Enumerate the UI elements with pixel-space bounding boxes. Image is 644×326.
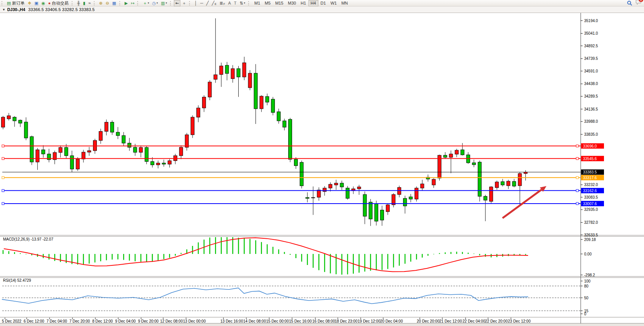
notifications-button[interactable]: 1	[636, 0, 642, 6]
cursor-button[interactable]: ↖	[174, 0, 180, 6]
arrows-button[interactable]: ⇅▾	[238, 0, 247, 6]
zoom-in-icon: ⊕	[99, 1, 103, 5]
trendline-button[interactable]: ╱	[205, 0, 210, 6]
rsi-scale-label: 50	[584, 296, 589, 300]
rsi-scale-label: 100	[584, 279, 591, 283]
text-button[interactable]: A	[226, 0, 232, 6]
line-handle[interactable]	[576, 189, 578, 192]
tile-windows-button[interactable]: ▦	[111, 0, 117, 6]
collapse-arrow-icon[interactable]: ▼	[2, 8, 5, 11]
trendline-icon: ╱	[206, 1, 209, 5]
bar-chart-button[interactable]: ╫	[75, 0, 82, 6]
time-axis-label: 15 Dec 00:00	[266, 319, 289, 323]
periods-button[interactable]: ◷▾	[151, 0, 159, 6]
price-tick-label: 34591.0	[584, 69, 598, 73]
macd-indicator-label: MACD(12,26,9) -13.97 -22.07	[3, 237, 53, 241]
fibonacci-button[interactable]: ≣F	[218, 0, 227, 6]
toolbar-grip	[2, 1, 4, 5]
vertical-line-button[interactable]: │	[193, 0, 199, 6]
zoom-in-button[interactable]: ⊕	[98, 0, 104, 6]
chevron-down-icon: ▾	[157, 2, 158, 5]
toolbar-grip	[170, 1, 173, 5]
toolbar-grip	[119, 1, 122, 5]
price-line-badge-text: 33007.6	[583, 202, 597, 206]
toolbar-grip	[72, 1, 74, 5]
price-line-badge-text: 33383.5	[583, 170, 597, 174]
macd-scale-label: -298.2	[584, 273, 595, 277]
time-axis-label: 13 Dec 00:00	[183, 319, 206, 323]
time-axis-label: 8 Dec 12:00	[92, 319, 113, 323]
chevron-down-icon: ▾	[244, 2, 246, 5]
charts-button[interactable]: ❖	[26, 0, 33, 6]
sounds-button[interactable]: ◉	[40, 0, 47, 6]
line-chart-button[interactable]: ≈	[87, 0, 92, 6]
timeframe-m15-button[interactable]: M15	[273, 0, 286, 6]
line-handle[interactable]	[576, 177, 578, 179]
time-axis-label: 21 Dec 12:00	[439, 319, 462, 323]
timeframe-d1-button[interactable]: D1	[318, 0, 328, 6]
time-axis-label: 16 Dec 08:00	[312, 319, 335, 323]
line-handle[interactable]	[576, 145, 578, 147]
chart-canvas[interactable]: 33696.033545.633383.533317.633162.633007…	[0, 0, 644, 326]
time-axis-label: 22 Dec 20:00	[485, 319, 508, 323]
auto-scroll-button[interactable]: ▶	[123, 0, 129, 6]
crosshair-button[interactable]: ＋	[180, 0, 188, 6]
equidistant-channel-button[interactable]: ╱E	[210, 0, 218, 6]
zoom-out-button[interactable]: ⊖	[104, 0, 111, 6]
fibonacci-icon-sub: F	[223, 3, 225, 5]
horizontal-line-button[interactable]: ─	[199, 0, 205, 6]
charts-icon: ❖	[27, 1, 31, 5]
timeframe-h1-button[interactable]: H1	[298, 0, 308, 6]
line-handle[interactable]	[576, 202, 578, 205]
toolbar-grip	[189, 1, 192, 5]
rsi-scale-label: 0	[584, 312, 586, 316]
time-axis-label: 20 Dec 20:00	[417, 319, 440, 323]
line-handle[interactable]	[2, 145, 4, 147]
time-axis-label: 6 Dec 12:00	[24, 319, 44, 323]
line-handle[interactable]	[2, 189, 4, 192]
time-axis-label: 14 Dec 08:00	[243, 319, 266, 323]
search-icon[interactable]	[627, 0, 633, 6]
autotrading-button-label: 自动交易	[52, 0, 69, 6]
window-bottom-strip	[0, 323, 644, 326]
macd-scale-label: 0.00	[584, 252, 592, 256]
clock-icon: ◷	[152, 1, 156, 5]
chart-shift-button[interactable]: ↦	[129, 0, 136, 6]
line-handle[interactable]	[576, 157, 578, 160]
templates-button[interactable]: ▥▾	[159, 0, 169, 6]
indicators-button[interactable]: ＋▾	[141, 0, 151, 6]
time-axis-label: 7 Dec 20:00	[69, 319, 90, 323]
bar-chart-icon: ╫	[77, 1, 80, 5]
template-icon: ▥	[161, 1, 165, 5]
new-order-icon: ▤	[7, 1, 11, 5]
timeframe-mn-button[interactable]: MN	[339, 0, 350, 6]
market-watch-button[interactable]: ▣	[33, 0, 40, 6]
timeframe-m30-button[interactable]: M30	[286, 0, 298, 6]
line-handle[interactable]	[2, 177, 4, 179]
symbol-period-label: DJ30-,H4	[7, 7, 25, 12]
price-tick-label: 33083.5	[584, 195, 598, 199]
candlestick-chart-button[interactable]: ▮	[82, 0, 87, 6]
timeframe-m5-button[interactable]: M5	[262, 0, 273, 6]
line-handle[interactable]	[2, 157, 4, 160]
timeframe-m1-button[interactable]: M1	[252, 0, 262, 6]
text-label-button[interactable]: T	[233, 0, 238, 6]
price-tick-label: 33835.0	[584, 132, 598, 137]
price-tick-label: 34289.5	[584, 94, 598, 98]
time-axis-label: 20 Dec 04:00	[380, 319, 403, 323]
line-handle[interactable]	[2, 202, 4, 205]
mt4-window: ▤新订单❖▣◉●自动交易╫▮≈⊕⊖▦▶↦＋▾◷▾▥▾↖＋│─╱╱E≣FAT⇅▾M…	[0, 0, 644, 326]
price-tick-label: 32633.5	[584, 233, 598, 237]
channel-icon-sub: E	[215, 3, 217, 5]
new-order-button[interactable]: ▤新订单	[5, 0, 26, 6]
vertical-line-icon: │	[194, 1, 197, 5]
autotrading-button[interactable]: ●自动交易	[47, 0, 70, 6]
toolbar-grip	[137, 1, 140, 5]
chart-title-bar: ▼ DJ30-,H4 33366.5 33406.5 33282.5 33383…	[0, 6, 644, 13]
time-axis-label: 13 Dec 16:00	[220, 319, 243, 323]
toolbar: ▤新订单❖▣◉●自动交易╫▮≈⊕⊖▦▶↦＋▾◷▾▥▾↖＋│─╱╱E≣FAT⇅▾M…	[0, 0, 644, 6]
chevron-down-icon: ▾	[165, 2, 167, 5]
timeframe-w1-button[interactable]: W1	[328, 0, 339, 6]
time-axis-label: 12 Dec 08:00	[160, 319, 183, 323]
timeframe-h4-button[interactable]: H4	[308, 0, 318, 6]
